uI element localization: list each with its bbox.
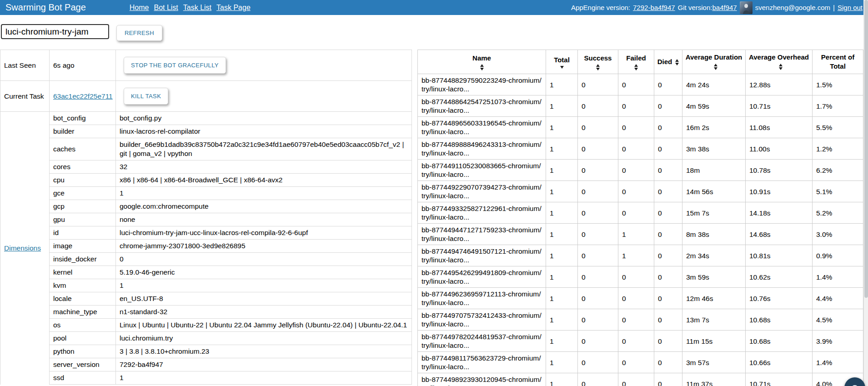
- column-header[interactable]: Average Overhead: [746, 50, 813, 74]
- task-name: bb-8774498923930120945-chromium/try/linu…: [418, 373, 546, 386]
- sort-icon: [420, 64, 544, 70]
- task-avg-overhead: 10.78s: [746, 160, 813, 181]
- separator: |: [833, 4, 835, 11]
- dimension-row: server_version 7292-ba4f947: [50, 358, 411, 371]
- task-row: bb-8774488642547251073-chromium/try/linu…: [418, 95, 863, 117]
- task-success: 0: [578, 373, 618, 386]
- app-header: Swarming Bot Page Home Bot List Task Lis…: [0, 0, 868, 15]
- task-avg-duration: 15m 7s: [682, 202, 746, 224]
- task-avg-overhead: 10.71s: [746, 95, 813, 117]
- dimension-value: bot_config.py: [116, 112, 411, 125]
- task-avg-duration: 4m 24s: [682, 74, 746, 95]
- task-died: 0: [654, 202, 682, 224]
- appengine-version-link[interactable]: 7292-ba4f947: [633, 4, 675, 11]
- dimension-value: luci-chromium-try-jam-ucc-linux-lacros-r…: [116, 226, 411, 239]
- scrollbar-thumb[interactable]: [864, 0, 868, 298]
- task-percent: 5.1%: [813, 181, 863, 202]
- kill-task-button[interactable]: KILL TASK: [124, 88, 168, 105]
- task-name: bb-8774497820244819537-chromium/try/linu…: [418, 331, 546, 352]
- task-avg-overhead: 12.88s: [746, 74, 813, 95]
- dimension-value: linux-lacros-rel-compilator: [116, 125, 411, 138]
- stop-bot-button[interactable]: STOP THE BOT GRACEFULLY: [124, 57, 226, 74]
- task-avg-duration: 11m 15s: [682, 331, 746, 352]
- task-success: 0: [578, 266, 618, 288]
- user-avatar: [740, 1, 753, 14]
- task-avg-overhead: 14.68s: [746, 224, 813, 245]
- column-header[interactable]: Percent of Total: [813, 50, 863, 74]
- sort-icon: [779, 64, 783, 70]
- dimension-row: kernel 5.19.0-46-generic: [50, 266, 411, 279]
- vertical-scrollbar[interactable]: [863, 0, 868, 386]
- task-row: bb-8774488297590223249-chromium/try/linu…: [418, 74, 863, 95]
- task-percent: 4.5%: [813, 309, 863, 331]
- column-header[interactable]: Failed: [618, 50, 654, 74]
- task-name: bb-8774489888496243313-chromium/try/linu…: [418, 138, 546, 160]
- dimension-key: locale: [50, 292, 116, 305]
- nav-link[interactable]: Bot List: [154, 4, 178, 12]
- column-header[interactable]: Name: [418, 50, 546, 74]
- task-percent: 5.2%: [813, 202, 863, 224]
- task-success: 0: [578, 331, 618, 352]
- task-total: 1: [546, 202, 578, 224]
- column-header[interactable]: Success: [578, 50, 618, 74]
- git-version-link[interactable]: ba4f947: [712, 4, 737, 11]
- dimension-value: 1: [116, 279, 411, 292]
- task-success: 0: [578, 138, 618, 160]
- nav-link[interactable]: Task Page: [216, 4, 251, 12]
- dimension-key: gce: [50, 187, 116, 200]
- task-row: bb-8774491105230083665-chromium/try/linu…: [418, 160, 863, 181]
- task-percent: 4.4%: [813, 288, 863, 309]
- main-nav: Home Bot List Task List Task Page: [130, 4, 251, 12]
- task-percent: 1.5%: [813, 74, 863, 95]
- task-avg-duration: 4m 59s: [682, 95, 746, 117]
- task-row: bb-8774494746491507121-chromium/try/linu…: [418, 245, 863, 266]
- task-row: bb-8774492290707394273-chromium/try/linu…: [418, 181, 863, 202]
- toolbar: REFRESH: [1, 24, 868, 44]
- sign-out-link[interactable]: Sign out: [838, 4, 863, 11]
- dimension-value: Linux | Ubuntu | Ubuntu-22 | Ubuntu 22.0…: [116, 319, 411, 331]
- task-percent: 3.0%: [813, 224, 863, 245]
- dimension-value: x86 | x86-64 | x86-64-Broadwell_GCE | x8…: [116, 174, 411, 186]
- refresh-button[interactable]: REFRESH: [116, 25, 162, 41]
- dimension-key: cpu: [50, 174, 116, 186]
- task-avg-duration: 8m 38s: [682, 224, 746, 245]
- column-header[interactable]: Total: [546, 50, 578, 74]
- task-died: 0: [654, 266, 682, 288]
- dimension-key: gpu: [50, 213, 116, 226]
- task-died: 0: [654, 309, 682, 331]
- task-avg-duration: 14m 56s: [682, 181, 746, 202]
- task-name: bb-8774492290707394273-chromium/try/linu…: [418, 181, 546, 202]
- task-avg-duration: 12m 46s: [682, 288, 746, 309]
- task-died: 0: [654, 117, 682, 138]
- sort-icon: [714, 64, 717, 70]
- dimension-value: 1: [116, 187, 411, 200]
- tasks-table: Name Total Success Failed Died Average D…: [417, 50, 863, 386]
- current-task-label: Current Task: [0, 81, 50, 111]
- bot-id-input[interactable]: [1, 24, 109, 39]
- current-task-link[interactable]: 63ac1ec22f25e711: [53, 92, 113, 100]
- task-avg-duration: 3m 38s: [682, 138, 746, 160]
- tasks-table-body: bb-8774488297590223249-chromium/try/linu…: [418, 74, 863, 386]
- column-header[interactable]: Died: [654, 50, 682, 74]
- task-name: bb-8774488642547251073-chromium/try/linu…: [418, 95, 546, 117]
- task-avg-duration: 16m 2s: [682, 117, 746, 138]
- task-total: 1: [546, 309, 578, 331]
- column-header[interactable]: Average Duration: [682, 50, 746, 74]
- task-failed: 1: [618, 224, 654, 245]
- tasks-table-wrap: Name Total Success Failed Died Average D…: [417, 50, 863, 386]
- task-name: bb-8774498117563623729-chromium/try/linu…: [418, 352, 546, 373]
- task-avg-duration: 18m: [682, 160, 746, 181]
- task-success: 0: [578, 224, 618, 245]
- git-version-label: Git version:: [678, 4, 712, 11]
- dimension-row: pool luci.chromium.try: [50, 332, 411, 345]
- dimension-key: gcp: [50, 200, 116, 213]
- dimensions-link[interactable]: Dimensions: [4, 244, 41, 252]
- dimension-row: python 3 | 3.8 | 3.8.10+chromium.23: [50, 345, 411, 358]
- dimension-key: id: [50, 226, 116, 239]
- dimension-row: kvm 1: [50, 279, 411, 292]
- dimension-key: server_version: [50, 358, 116, 371]
- dimension-value: 32: [116, 160, 411, 173]
- nav-link[interactable]: Home: [130, 4, 149, 12]
- sort-icon: [548, 66, 576, 69]
- nav-link[interactable]: Task List: [183, 4, 211, 12]
